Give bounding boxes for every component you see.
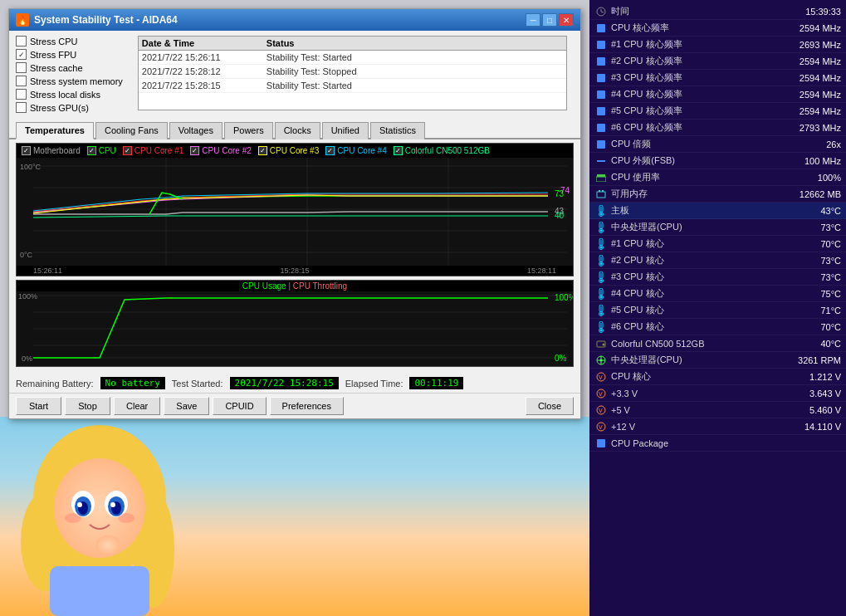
core2-temp-icon [594,255,608,266]
svg-rect-63 [601,257,602,262]
cpu-usage-chart: CPU Usage | CPU Throttling [16,280,574,367]
stat-label-cpu-temp: 中央处理器(CPU) [611,221,820,233]
legend-ssd[interactable]: Colorful CN500 512GB [394,146,490,155]
legend-cpu[interactable]: CPU [87,146,116,155]
stress-disks-option[interactable]: Stress local disks [16,89,123,100]
svg-rect-44 [596,177,606,182]
svg-point-52 [600,213,603,215]
svg-rect-14 [50,566,149,616]
tab-powers[interactable]: Powers [224,122,273,139]
v12-icon: V [594,421,608,433]
stat-label-cpu-usage: CPU 使用率 [611,171,818,183]
charts-area: Motherboard CPU CPU Core #1 CPU Cor [9,139,580,374]
maximize-button[interactable]: □ [542,13,557,27]
legend-cpu-core-3[interactable]: CPU Core #3 [258,146,319,155]
stat-value-core3-temp: 73°C [820,272,841,282]
title-bar: 🔥 System Stability Test - AIDA64 ─ □ ✕ [9,9,580,31]
stats-panel: 时间 15:39:33 CPU 核心频率 2594 MHz #1 CPU 核心频… [589,0,846,616]
stat-label-cpu-package: CPU Package [611,438,841,448]
log-header: Date & Time Status [139,37,566,51]
stat-value-fan: 3261 RPM [798,355,841,365]
stat-row-cpu6-freq: #6 CPU 核心频率 2793 MHz [589,120,846,136]
stat-label-mem: 可用内存 [611,188,800,200]
stat-row-cpu4-freq: #4 CPU 核心频率 2594 MHz [589,86,846,103]
stat-value-fsb: 100 MHz [804,156,841,166]
svg-rect-47 [599,190,600,192]
stress-cpu-checkbox[interactable] [16,36,27,46]
battery-value: No battery [100,377,165,389]
stat-label-cpu6-freq: #6 CPU 核心频率 [611,121,800,134]
action-buttons: Start Stop Clear Save CPUID Preferences … [9,393,580,418]
stress-fpu-option[interactable]: Stress FPU [16,49,123,60]
stress-cache-checkbox[interactable] [16,62,27,73]
tab-clocks[interactable]: Clocks [275,122,320,139]
svg-rect-59 [601,240,602,246]
stat-label-v12: +12 V [611,422,804,432]
stat-row-time: 时间 15:39:33 [589,3,846,20]
cpu2-icon [594,56,608,67]
stress-cpu-option[interactable]: Stress CPU [16,36,123,46]
stat-value-mb-temp: 43°C [820,206,841,216]
stat-label-cpu3-freq: #3 CPU 核心频率 [611,71,800,84]
window-title: System Stability Test - AIDA64 [34,14,178,26]
svg-point-15 [95,535,120,555]
stat-row-cpu-package: CPU Package [589,435,846,452]
stress-gpus-checkbox[interactable] [16,102,27,113]
stat-row-mem: 可用内存 12662 MB [589,186,846,203]
tab-voltages[interactable]: Voltages [169,122,223,139]
stat-label-core3-temp: #3 CPU 核心 [611,271,820,283]
stress-cpu-label: Stress CPU [30,37,77,46]
svg-point-60 [600,246,603,248]
svg-text:V: V [599,408,603,413]
preferences-button[interactable]: Preferences [270,397,344,415]
cpu-freq-icon [594,22,608,34]
stress-disks-checkbox[interactable] [16,89,27,100]
core3-temp-icon [594,271,608,283]
chart-legend: Motherboard CPU CPU Core #1 CPU Cor [17,144,573,158]
window-close-button[interactable]: ✕ [559,13,574,27]
legend-motherboard[interactable]: Motherboard [22,146,81,155]
temperature-chart: Motherboard CPU CPU Core #1 CPU Cor [16,143,574,276]
core4-temp-icon [594,288,608,300]
stat-value-core6-temp: 70°C [820,322,841,332]
stat-row-fsb: CPU 外频(FSB) 100 MHz [589,153,846,169]
stress-fpu-checkbox[interactable] [16,49,27,60]
stop-button[interactable]: Stop [65,397,110,415]
start-button[interactable]: Start [16,397,61,415]
stat-value-v33: 3.643 V [809,389,841,398]
tab-unified[interactable]: Unified [322,122,369,139]
legend-cpu-core-1[interactable]: CPU Core #1 [123,146,183,155]
tab-statistics[interactable]: Statistics [370,122,425,139]
cpu6-icon [594,122,608,134]
save-button[interactable]: Save [164,397,209,415]
cpu4-icon [594,89,608,100]
stress-memory-option[interactable]: Stress system memory [16,76,123,86]
stat-value-time: 15:39:33 [805,7,841,17]
cpu1-icon [594,39,608,51]
stat-label-core4-temp: #4 CPU 核心 [611,287,820,300]
close-button[interactable]: Close [526,397,574,415]
svg-point-64 [600,262,603,265]
stress-memory-checkbox[interactable] [16,76,27,86]
core1-temp-icon [594,238,608,250]
tab-temperatures[interactable]: Temperatures [16,122,94,139]
stat-value-cpu5-freq: 2594 MHz [800,106,841,116]
svg-point-10 [77,502,82,507]
log-row: 2021/7/22 15:26:11 Stability Test: Start… [139,51,566,65]
stat-value-cpu-freq: 2594 MHz [800,23,841,33]
stability-log: Date & Time Status 2021/7/22 15:26:11 St… [138,36,567,110]
svg-rect-71 [601,290,602,296]
stat-label-v33: +3.3 V [611,389,809,398]
tab-cooling-fans[interactable]: Cooling Fans [95,122,168,139]
cpuid-button[interactable]: CPUID [213,397,266,415]
stat-row-cpu2-freq: #2 CPU 核心频率 2594 MHz [589,53,846,70]
legend-cpu-core-2[interactable]: CPU Core #2 [190,146,251,155]
minimize-button[interactable]: ─ [526,13,540,27]
stat-label-cpu5-freq: #5 CPU 核心频率 [611,105,800,117]
stat-label-time: 时间 [611,5,805,17]
stress-gpus-option[interactable]: Stress GPU(s) [16,102,123,113]
battery-label: Remaining Battery: [16,379,94,389]
clear-button[interactable]: Clear [114,397,160,415]
legend-cpu-core-4[interactable]: CPU Core #4 [325,146,386,155]
stress-cache-option[interactable]: Stress cache [16,62,123,73]
